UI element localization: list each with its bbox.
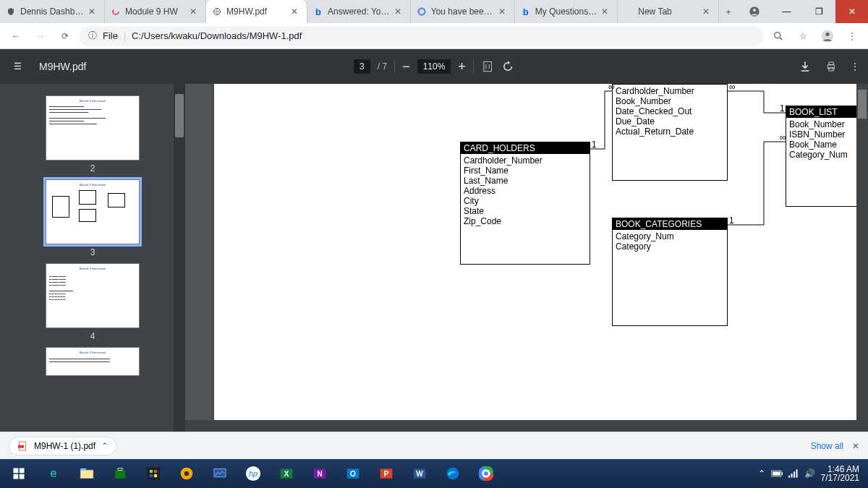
svg-text:N: N [317,470,322,478]
start-button[interactable] [3,462,35,485]
rotate-icon[interactable] [501,60,514,73]
thumbnail-page-2[interactable]: Module 9 Homework ▬▬▬▬▬▬▬▬▬▬▬▬▬▬▬▬▬▬▬▬▬▬… [46,95,140,160]
info-icon: ⓘ [88,30,97,42]
taskbar-hp-icon[interactable]: hp [239,462,268,485]
favicon-shield-icon [6,7,16,17]
taskbar-word-icon[interactable]: W [405,462,434,485]
menu-icon[interactable]: ⋮ [842,26,862,46]
viewer-scrollbar-horizontal[interactable] [185,420,856,432]
close-downloads-button[interactable]: ✕ [852,441,859,451]
taskbar-ie-icon[interactable]: e [39,462,68,485]
tab-label: New Tab [638,7,698,17]
reload-button[interactable]: ⟳ [55,26,75,46]
svg-rect-22 [14,474,19,479]
taskbar-outlook-icon[interactable]: O [339,462,367,485]
zoom-out-button[interactable]: − [402,59,410,74]
tray-wifi-icon[interactable] [788,469,799,478]
thumbnail-page-4[interactable]: Module 9 Homework ▬ ▬▬▬ ▬▬▬▬ ▬▬▬ ▬▬▬▬ ▬▬… [46,263,140,328]
chevron-up-icon[interactable]: ⌃ [101,441,109,451]
star-icon[interactable]: ☆ [793,26,813,46]
svg-point-0 [113,9,119,14]
svg-rect-27 [118,468,122,471]
svg-text:W: W [416,470,423,478]
thumbnail-scrollbar[interactable] [174,84,185,432]
zoom-icon[interactable] [768,26,788,46]
taskbar-onenote-icon[interactable]: N [305,462,334,485]
favicon-spinner-icon [111,7,121,17]
entity-row: Cardholder_Number [616,86,724,96]
taskbar-edge-icon[interactable] [438,462,467,485]
download-filename: M9HW-1 (1).pdf [34,441,95,451]
hamburger-icon[interactable]: ☰ [9,61,26,72]
minimize-button[interactable]: — [770,0,803,23]
svg-rect-19 [18,445,24,448]
viewer-scrollbar-vertical[interactable] [856,84,868,432]
new-tab-button[interactable]: ＋ [719,0,738,23]
thumbnail-page-5[interactable]: Module 9 Homework ▬▬▬▬▬▬▬▬▬▬▬▬▬▬▬▬▬▬▬▬▬▬… [46,347,140,376]
taskbar-powerpoint-icon[interactable]: P [372,462,401,485]
taskbar-explorer-icon[interactable] [72,462,101,485]
taskbar-app-icon[interactable] [139,462,168,485]
entity-row: Due_Date [616,116,724,127]
taskbar-dashboard-icon[interactable] [205,462,234,485]
zoom-level[interactable]: 110% [417,59,451,74]
forward-button[interactable]: → [30,26,51,46]
svg-rect-59 [793,471,795,477]
close-icon[interactable]: ✕ [498,7,509,17]
svg-text:X: X [284,470,289,478]
window-close-button[interactable]: ✕ [835,0,868,23]
tab-new[interactable]: New Tab ✕ [618,0,719,23]
tab-label: Dennis Dashboard [20,7,84,17]
omnibox[interactable]: ⓘ File | C:/Users/kwaku/Downloads/M9HW-1… [80,26,764,46]
tab-label: M9HW.pdf [226,7,286,17]
entity-card-holders: CARD_HOLDERS Cardholder_Number First_Nam… [460,142,590,265]
back-button[interactable]: ← [6,26,26,46]
close-icon[interactable]: ✕ [88,7,98,17]
svg-point-29 [150,470,153,474]
close-icon[interactable]: ✕ [394,7,404,17]
tray-chevron-icon[interactable]: ⌃ [758,468,765,479]
taskbar-media-icon[interactable] [172,462,201,485]
fit-page-icon[interactable] [481,60,494,73]
thumbnail-panel: Module 9 Homework ▬▬▬▬▬▬▬▬▬▬▬▬▬▬▬▬▬▬▬▬▬▬… [0,84,185,432]
omnibox-prefix: File [103,30,118,41]
show-all-link[interactable]: Show all [811,441,843,451]
tab-my-questions[interactable]: b My Questions | ba ✕ [515,0,618,23]
tray-volume-icon[interactable]: 🔊 [804,468,815,479]
pdf-viewer[interactable]: CARD_HOLDERS Cardholder_Number First_Nam… [185,84,868,432]
page-number-input[interactable]: 3 [354,59,370,74]
tab-answered[interactable]: b Answered: You ha ✕ [307,0,411,23]
thumbnail-page-3[interactable]: Module 9 Homework [46,179,140,244]
browser-titlebar: Dennis Dashboard ✕ Module 9 HW ✕ M9HW.pd… [0,0,868,23]
clock[interactable]: 1:46 AM 7/17/2021 [821,465,859,482]
account-icon[interactable] [738,0,770,23]
close-icon[interactable]: ✕ [190,7,200,17]
maximize-button[interactable]: ❐ [803,0,835,23]
taskbar-chrome-icon[interactable] [472,462,501,485]
svg-rect-20 [14,468,19,474]
tab-m9hw-pdf[interactable]: M9HW.pdf ✕ [206,0,307,23]
download-icon[interactable] [799,60,812,73]
close-icon[interactable]: ✕ [702,7,712,17]
svg-rect-55 [781,472,782,475]
more-icon[interactable]: ⋮ [851,61,859,72]
entity-header: CARD_HOLDERS [461,142,590,154]
close-icon[interactable]: ✕ [601,7,611,17]
tab-module-9-hw[interactable]: Module 9 HW ✕ [105,0,206,23]
tab-strip: Dennis Dashboard ✕ Module 9 HW ✕ M9HW.pd… [0,0,738,23]
tab-dennis-dashboard[interactable]: Dennis Dashboard ✕ [0,0,105,23]
profile-icon[interactable] [817,26,838,46]
taskbar-store-icon[interactable] [106,462,135,485]
taskbar-excel-icon[interactable]: X [272,462,301,485]
close-icon[interactable]: ✕ [291,7,301,17]
svg-point-4 [753,9,756,12]
tray-battery-icon[interactable] [771,470,783,477]
tab-you-have-been[interactable]: You have been giv ✕ [411,0,515,23]
svg-rect-25 [80,468,86,471]
print-icon[interactable] [825,60,838,73]
svg-rect-11 [829,68,833,72]
entity-row: Address [464,186,587,196]
download-chip[interactable]: M9HW-1 (1).pdf ⌃ [9,437,116,455]
svg-rect-26 [115,471,125,479]
zoom-in-button[interactable]: + [458,59,466,74]
